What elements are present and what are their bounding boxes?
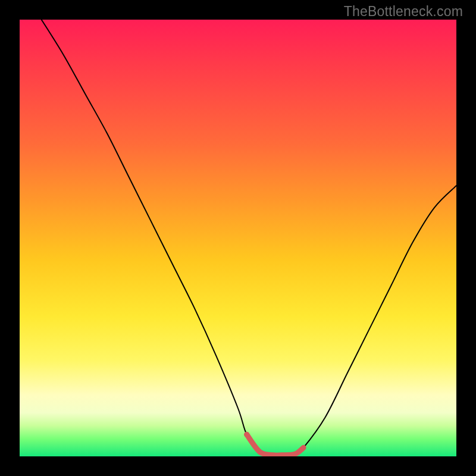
curve-layer: [20, 20, 456, 456]
bottleneck-curve: [42, 20, 456, 455]
plot-area: [20, 20, 456, 456]
valley-start-dot: [244, 432, 249, 437]
valley-highlight: [247, 434, 303, 455]
watermark-text: TheBottleneck.com: [344, 4, 463, 20]
chart-frame: TheBottleneck.com: [0, 0, 476, 476]
